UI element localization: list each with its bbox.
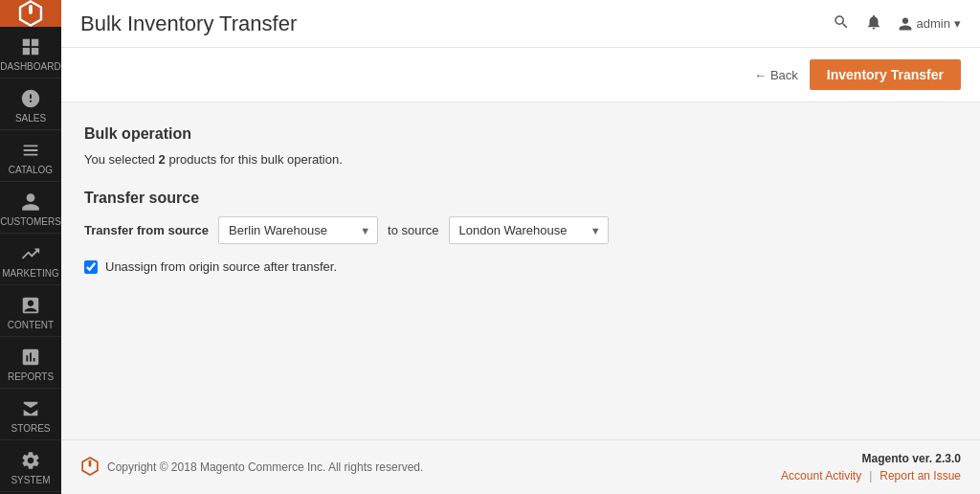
- magento-version: Magento ver. 2.3.0: [781, 452, 961, 465]
- sidebar-label-system: SYSTEM: [11, 475, 50, 485]
- footer-right: Magento ver. 2.3.0 Account Activity | Re…: [781, 452, 961, 483]
- to-source-select-wrap: London Warehouse Berlin Warehouse New Yo…: [449, 216, 609, 244]
- sidebar-item-content[interactable]: CONTENT: [0, 285, 61, 337]
- magento-logo[interactable]: [0, 0, 61, 27]
- to-source-label: to source: [388, 223, 438, 237]
- sidebar-item-reports[interactable]: REPORTS: [0, 337, 61, 389]
- bulk-operation-title: Bulk operation: [84, 125, 957, 143]
- bulk-info-text: You selected 2 products for this bulk op…: [84, 152, 957, 167]
- footer-logo: [80, 457, 100, 479]
- content-body: Bulk operation You selected 2 products f…: [61, 102, 980, 439]
- top-header: Bulk Inventory Transfer admin ▾: [61, 0, 980, 48]
- header-actions: admin ▾: [833, 13, 961, 34]
- search-icon[interactable]: [833, 13, 850, 34]
- admin-menu[interactable]: admin ▾: [898, 16, 961, 32]
- svg-rect-2: [23, 48, 30, 55]
- bulk-info-suffix: products for this bulk operation.: [166, 152, 343, 167]
- sidebar-item-catalog[interactable]: CATALOG: [0, 130, 61, 182]
- footer-link-separator: |: [869, 469, 872, 483]
- report-issue-link[interactable]: Report an Issue: [880, 469, 961, 483]
- sidebar-item-system[interactable]: SYSTEM: [0, 440, 61, 492]
- unassign-checkbox[interactable]: [84, 260, 98, 274]
- sidebar-item-marketing[interactable]: MARKETING: [0, 234, 61, 285]
- bulk-operation-section: Bulk operation You selected 2 products f…: [84, 125, 957, 167]
- svg-rect-0: [23, 39, 30, 46]
- sidebar-label-catalog: CATALOG: [9, 165, 53, 175]
- bulk-info-prefix: You selected: [84, 152, 159, 167]
- sidebar-label-reports: REPORTS: [8, 371, 54, 382]
- bulk-info-count: 2: [159, 152, 166, 167]
- main-content: Bulk Inventory Transfer admin ▾ ← Back I…: [61, 0, 980, 494]
- from-source-label: Transfer from source: [84, 223, 209, 237]
- action-bar: ← Back Inventory Transfer: [61, 48, 980, 102]
- account-activity-link[interactable]: Account Activity: [781, 469, 861, 483]
- notifications-icon[interactable]: [865, 13, 882, 34]
- page-title: Bulk Inventory Transfer: [80, 11, 833, 36]
- sidebar-item-sales[interactable]: SALES: [0, 79, 61, 130]
- footer-copyright: Copyright © 2018 Magento Commerce Inc. A…: [107, 460, 423, 474]
- version-label: Magento: [862, 452, 909, 465]
- svg-rect-1: [32, 39, 38, 46]
- inventory-transfer-button[interactable]: Inventory Transfer: [810, 59, 961, 90]
- svg-rect-3: [32, 48, 38, 55]
- transfer-source-section: Transfer source Transfer from source Ber…: [84, 190, 957, 274]
- from-source-select-wrap: Berlin Warehouse London Warehouse New Yo…: [218, 216, 378, 244]
- sidebar-item-dashboard[interactable]: DASHBOARD: [0, 27, 61, 79]
- sidebar-label-dashboard: DASHBOARD: [0, 61, 60, 72]
- back-arrow-icon: ←: [754, 68, 767, 82]
- to-source-select[interactable]: London Warehouse Berlin Warehouse New Yo…: [449, 216, 609, 244]
- sidebar-label-stores: STORES: [11, 423, 51, 434]
- back-button[interactable]: ← Back: [754, 68, 798, 82]
- transfer-source-title: Transfer source: [84, 190, 957, 207]
- version-number: ver. 2.3.0: [912, 452, 961, 465]
- sidebar-item-stores[interactable]: STORES: [0, 389, 61, 440]
- footer: Copyright © 2018 Magento Commerce Inc. A…: [61, 439, 980, 494]
- sidebar-label-customers: CUSTOMERS: [0, 216, 61, 227]
- footer-links: Account Activity | Report an Issue: [781, 469, 961, 483]
- back-button-label: Back: [770, 68, 798, 82]
- sidebar-item-customers[interactable]: CUSTOMERS: [0, 182, 61, 234]
- admin-dropdown-icon: ▾: [954, 16, 961, 31]
- unassign-checkbox-row: Unassign from origin source after transf…: [84, 259, 957, 274]
- sidebar-label-content: CONTENT: [8, 320, 54, 330]
- sidebar: DASHBOARD SALES CATALOG CUSTOMERS MARKET…: [0, 0, 61, 494]
- sidebar-label-marketing: MARKETING: [2, 268, 58, 279]
- content-area: ← Back Inventory Transfer Bulk operation…: [61, 48, 980, 494]
- admin-label: admin: [917, 16, 950, 31]
- from-source-select[interactable]: Berlin Warehouse London Warehouse New Yo…: [218, 216, 378, 244]
- unassign-checkbox-label[interactable]: Unassign from origin source after transf…: [105, 259, 337, 274]
- footer-left: Copyright © 2018 Magento Commerce Inc. A…: [80, 457, 423, 479]
- sidebar-label-sales: SALES: [15, 113, 46, 124]
- transfer-form-row: Transfer from source Berlin Warehouse Lo…: [84, 216, 957, 244]
